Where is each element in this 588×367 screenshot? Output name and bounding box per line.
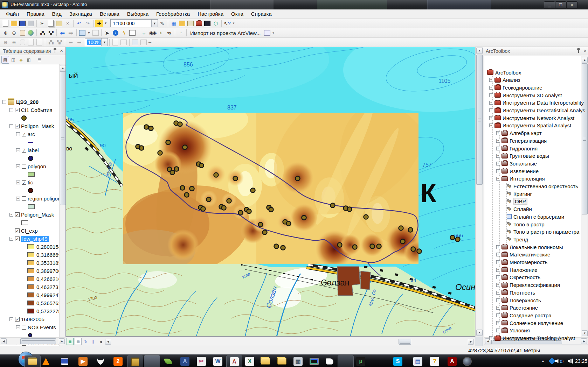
expander-icon[interactable]: −	[16, 181, 20, 184]
import-arcview-button[interactable]: Импорт из проекта ArcView...	[188, 30, 263, 36]
2gis-icon[interactable]: 2	[110, 355, 126, 367]
word-icon[interactable]: W	[210, 355, 226, 367]
expander-icon[interactable]: +	[489, 93, 493, 97]
toc-row[interactable]: −✓CI1 События	[0, 106, 52, 114]
expander-icon[interactable]: +	[496, 306, 500, 310]
expander-icon[interactable]: +	[489, 78, 493, 82]
toc-row[interactable]	[0, 219, 28, 226]
toolbox-row[interactable]: ArcToolbox	[484, 69, 521, 76]
layer-checkbox[interactable]: ✓	[22, 180, 26, 185]
zoom-in-icon[interactable]: ⊕	[2, 29, 9, 37]
toolbox-row[interactable]: Естественная окрестность	[484, 183, 578, 190]
clock[interactable]: 23:25	[575, 355, 587, 367]
toolbox-row[interactable]: +Расстояние	[484, 304, 538, 311]
expander-icon[interactable]: −	[9, 108, 13, 112]
add-catalog-icon[interactable]	[178, 20, 186, 27]
toolbox-row[interactable]: +Инструменты Data Interoperability	[484, 99, 584, 106]
add-data-icon[interactable]: ✚	[95, 20, 103, 27]
paste-icon[interactable]	[55, 20, 63, 27]
layer-checkbox[interactable]	[22, 196, 26, 201]
layer-checkbox[interactable]: ✓	[15, 212, 20, 217]
menu-item-3[interactable]: Закладка	[65, 10, 96, 18]
editor-pencil-icon[interactable]: ✎	[158, 20, 166, 27]
acrobat-icon[interactable]: A	[444, 355, 460, 367]
floppy-icon[interactable]	[57, 355, 72, 367]
menu-item-7[interactable]: Настройка	[194, 10, 227, 18]
toc-row[interactable]: −✓tic	[0, 178, 33, 186]
expander-icon[interactable]: −	[496, 177, 500, 181]
dropbox-tray-icon[interactable]	[549, 355, 554, 367]
arctoolbox-icon[interactable]	[195, 20, 203, 27]
toc-row[interactable]: 0,499924719 -	[0, 291, 59, 299]
data-driven-pages-icon[interactable]	[140, 38, 147, 46]
volume-icon[interactable]: )))	[555, 355, 563, 367]
layout-view-button[interactable]: ▤	[75, 338, 82, 345]
menu-item-5[interactable]: Выборка	[123, 10, 152, 18]
expander-icon[interactable]: +	[489, 101, 493, 105]
toolbox-row[interactable]: ОВР	[484, 198, 527, 205]
toolbox-row[interactable]: +Инструменты Geostatistical Analys	[484, 107, 585, 114]
expander-icon[interactable]: +	[496, 298, 500, 302]
toc-row[interactable]: −region.poligon	[0, 195, 59, 202]
toolbar-overflow-icon[interactable]: ▬	[148, 38, 152, 46]
delete-icon[interactable]: ×	[64, 20, 71, 27]
python-window-icon[interactable]	[203, 20, 211, 27]
list-by-selection-icon[interactable]: ◧	[25, 56, 32, 63]
pause-drawing-icon[interactable]: ∥	[90, 338, 96, 345]
layout-back-icon[interactable]: ⬅	[67, 38, 75, 46]
layout-full-page-icon[interactable]	[27, 38, 35, 46]
coreldraw-icon[interactable]	[160, 355, 176, 367]
menu-item-8[interactable]: Окна	[227, 10, 247, 18]
layout-fixed-zoom-in-icon[interactable]: ▞▚	[47, 38, 55, 46]
toolbox-row[interactable]: Сплайн с барьерами	[484, 213, 564, 220]
help-file-icon[interactable]: ?	[427, 355, 442, 367]
data-view-button[interactable]: ▦	[67, 338, 74, 345]
expander-icon[interactable]: −	[9, 317, 13, 321]
layer-checkbox[interactable]	[22, 325, 26, 330]
menu-item-6[interactable]: Геообработка	[152, 10, 194, 18]
new-document-icon[interactable]	[2, 20, 9, 27]
expander-icon[interactable]: +	[496, 321, 500, 325]
toolbox-row[interactable]: +Гидрология	[484, 145, 538, 152]
layer-checkbox[interactable]: ✓	[15, 228, 20, 233]
close-button[interactable]: ×	[566, 1, 577, 9]
clear-selection-icon[interactable]	[92, 29, 99, 37]
expander-icon[interactable]: −	[16, 164, 20, 168]
toc-row[interactable]	[0, 203, 35, 210]
select-dropdown-icon[interactable]: ▼	[87, 29, 91, 37]
toc-horizontal-scrollbar[interactable]: ◀ ▶	[0, 337, 65, 345]
menu-item-2[interactable]: Вид	[48, 10, 65, 18]
full-extent-globe-icon[interactable]	[27, 29, 35, 37]
expander-icon[interactable]: +	[496, 154, 500, 158]
toolbox-row[interactable]: Сплайн	[484, 206, 532, 213]
catalog-icon[interactable]	[187, 20, 194, 27]
fixed-zoom-in-icon[interactable]: ▞▚	[39, 29, 46, 37]
kettle-icon[interactable]	[322, 355, 337, 367]
expander-icon[interactable]: −	[9, 237, 13, 241]
layout-zoom-dropdown-icon[interactable]: ▼	[101, 38, 108, 46]
toolbox-row[interactable]: +Наложение	[484, 266, 538, 273]
toc-row[interactable]	[0, 170, 35, 178]
list-by-visibility-icon[interactable]: ◈	[18, 56, 25, 63]
folders-icon[interactable]	[274, 355, 290, 367]
layer-checkbox[interactable]: ✓	[22, 132, 26, 136]
toolbox-row[interactable]: −Инструменты Spatial Analyst	[484, 122, 571, 129]
zoom-out-icon[interactable]: ⊖	[10, 29, 18, 37]
expander-icon[interactable]: −	[9, 124, 13, 128]
calculator-icon[interactable]: ▦	[290, 355, 306, 367]
toc-row[interactable]: 0,280015409 -	[0, 243, 59, 250]
expander-icon[interactable]: +	[496, 139, 500, 143]
expander-icon[interactable]: +	[496, 313, 500, 317]
table-icon[interactable]: ▦	[170, 20, 178, 27]
toolbox-row[interactable]: +Алгебра карт	[484, 130, 542, 137]
toc-row[interactable]: −✓label	[0, 146, 39, 154]
expander-icon[interactable]: +	[496, 291, 500, 295]
list-by-source-icon[interactable]: ◫	[10, 56, 17, 63]
toggle-draft-icon[interactable]	[111, 38, 119, 46]
toolbox-row[interactable]: +Создание растра	[484, 312, 552, 319]
file-cabinet-icon[interactable]	[127, 355, 143, 367]
toolbox-row[interactable]: +Грунтовые воды	[484, 153, 549, 160]
toolbox-row[interactable]: +Анализ	[484, 77, 520, 84]
toolbox-row[interactable]: +Многомерность	[484, 259, 547, 266]
toc-row[interactable]: −✓Poligon_Mask	[0, 122, 54, 130]
